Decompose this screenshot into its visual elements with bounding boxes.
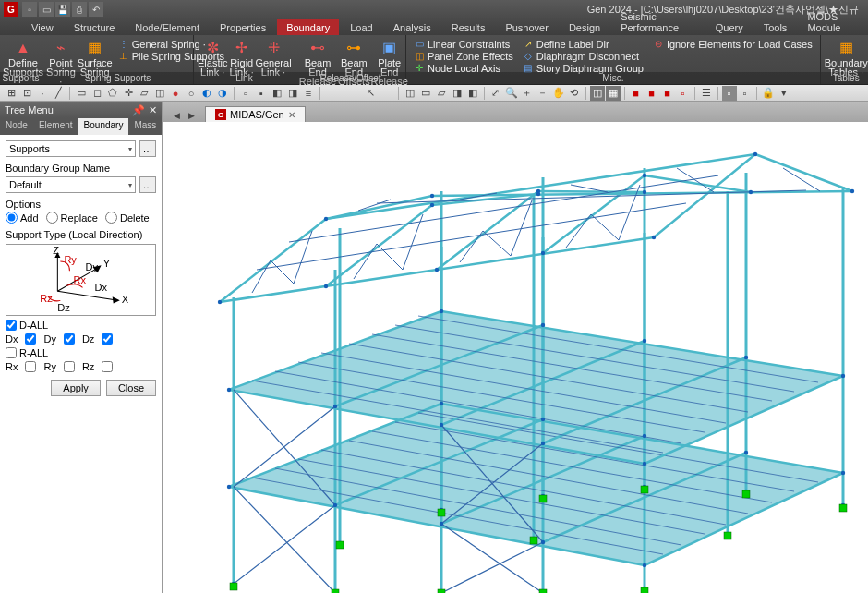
boundary-group-dropdown[interactable]: Default▾ (6, 176, 136, 193)
tool-zoom-in-icon[interactable]: ＋ (520, 86, 535, 101)
tab-tools[interactable]: Tools (754, 19, 797, 35)
tool-zoom-fit-icon[interactable]: ⤢ (488, 86, 503, 101)
svg-line-83 (252, 260, 271, 293)
tool-top-icon[interactable]: ▱ (434, 86, 449, 101)
tool-grid-icon[interactable]: ⊞ (4, 86, 18, 101)
tree-tab-boundary[interactable]: Boundary (78, 118, 129, 135)
close-button[interactable]: Close (106, 380, 156, 396)
tool-red1-icon[interactable]: ■ (629, 86, 644, 101)
tool-line-icon[interactable]: ╱ (51, 86, 66, 101)
tool-identity-icon[interactable]: ≡ (301, 86, 316, 101)
svg-line-66 (234, 505, 335, 584)
tool-cursor-icon[interactable]: ↖ (363, 86, 378, 101)
dz-checkbox[interactable] (102, 333, 113, 345)
doc-nav-right-icon[interactable]: ▶ (185, 109, 198, 122)
qat-print-icon[interactable]: ⎙ (72, 2, 87, 17)
d-all-checkbox[interactable]: D-ALL (6, 320, 48, 331)
tool-pan-icon[interactable]: ✋ (551, 86, 566, 101)
tool-prev-icon[interactable]: ◐ (199, 86, 214, 101)
tab-pushover[interactable]: Pushover (496, 19, 557, 35)
tool-rotate-icon[interactable]: ⟲ (567, 86, 582, 101)
tool-all-icon[interactable]: ● (168, 86, 183, 101)
tree-close-icon[interactable]: ✕ (149, 104, 157, 116)
tree-tab-mass[interactable]: Mass (128, 118, 162, 135)
tab-analysis[interactable]: Analysis (384, 19, 440, 35)
tool-red3-icon[interactable]: ■ (660, 86, 675, 101)
qat-open-icon[interactable]: ▭ (39, 2, 54, 17)
tool-hidden-icon[interactable]: ▦ (606, 86, 621, 101)
svg-marker-18 (229, 311, 843, 464)
supports-dropdown[interactable]: Supports▾ (6, 140, 136, 157)
tool-red4-icon[interactable]: ▫ (676, 86, 691, 101)
tab-results[interactable]: Results (442, 19, 495, 35)
tool-plane-icon[interactable]: ▱ (137, 86, 151, 101)
rx-checkbox[interactable] (25, 361, 36, 372)
dy-checkbox[interactable] (64, 333, 75, 345)
tool-g1-icon[interactable]: ▫ (722, 86, 737, 101)
group-spring-label: Spring Supports (42, 72, 193, 84)
tool-zoom-window-icon[interactable]: 🔍 (504, 86, 519, 101)
apply-button[interactable]: Apply (51, 380, 101, 396)
surface-spring-icon: ▦ (85, 39, 105, 57)
tool-right-icon[interactable]: ◨ (450, 86, 464, 101)
qat-undo-icon[interactable]: ↶ (89, 2, 103, 17)
tab-boundary[interactable]: Boundary (277, 19, 339, 35)
tool-inverseactive-icon[interactable]: ◨ (285, 86, 300, 101)
dx-checkbox[interactable] (25, 333, 36, 345)
tool-invert-icon[interactable]: ◑ (215, 86, 230, 101)
linear-constraints-button[interactable]: ▭Linear Constraints (410, 38, 517, 50)
tab-seismic[interactable]: Seismic Performance (611, 8, 705, 35)
document-tab[interactable]: G MIDAS/Gen ✕ (205, 106, 306, 122)
tab-design[interactable]: Design (560, 19, 609, 35)
tool-allactive-icon[interactable]: ◧ (270, 86, 284, 101)
tool-select-icon[interactable]: ▭ (74, 86, 89, 101)
supports-more-button[interactable]: … (139, 140, 156, 157)
define-label-dir-button[interactable]: ↗Define Label Dir (519, 38, 647, 50)
tool-snap-icon[interactable]: ⊡ (19, 86, 34, 101)
tab-structure[interactable]: Structure (65, 19, 125, 35)
tab-load[interactable]: Load (341, 19, 381, 35)
rz-checkbox[interactable] (102, 361, 113, 372)
qat-save-icon[interactable]: 💾 (55, 2, 70, 17)
tool-cross-icon[interactable]: ✛ (121, 86, 136, 101)
model-viewport[interactable] (163, 122, 868, 593)
tool-volume-icon[interactable]: ◫ (152, 86, 167, 101)
tool-front-icon[interactable]: ▭ (418, 86, 433, 101)
tab-properties[interactable]: Properties (211, 19, 275, 35)
tab-node-element[interactable]: Node/Element (126, 19, 209, 35)
tree-pin-icon[interactable]: 📌 (132, 104, 145, 116)
tool-window-icon[interactable]: ◻ (90, 86, 104, 101)
tree-tab-node[interactable]: Node (0, 118, 33, 135)
diaphragm-disconnect-button[interactable]: ◇Diaphragm Disconnect (519, 50, 647, 62)
qat-new-icon[interactable]: ▫ (22, 2, 37, 17)
tool-zoom-out-icon[interactable]: － (536, 86, 550, 101)
tab-view[interactable]: View (22, 19, 63, 35)
tool-lock-icon[interactable]: 🔒 (761, 86, 776, 101)
tool-active-icon[interactable]: ▫ (238, 86, 253, 101)
doc-close-icon[interactable]: ✕ (288, 110, 295, 120)
tool-drop-icon[interactable]: ▾ (777, 86, 791, 101)
tool-g2-icon[interactable]: ▫ (738, 86, 753, 101)
tab-mods[interactable]: MODS Module (798, 8, 868, 35)
r-all-checkbox[interactable]: R-ALL (6, 347, 48, 358)
tool-left-icon[interactable]: ◧ (465, 86, 480, 101)
tree-tab-element[interactable]: Element (33, 118, 78, 135)
ignore-elements-button[interactable]: ⊝Ignore Elements for Load Cases (649, 38, 816, 50)
tool-red2-icon[interactable]: ■ (645, 86, 659, 101)
option-add[interactable]: Add (6, 212, 39, 224)
tool-point-icon[interactable]: · (35, 86, 50, 101)
tool-none-icon[interactable]: ○ (184, 86, 199, 101)
tool-inactive-icon[interactable]: ▪ (254, 86, 269, 101)
doc-nav-left-icon[interactable]: ◀ (170, 109, 183, 122)
options-label: Options (6, 199, 156, 210)
boundary-group-more-button[interactable]: … (139, 176, 156, 193)
option-delete[interactable]: Delete (105, 212, 150, 224)
tool-layer-icon[interactable]: ☰ (699, 86, 714, 101)
option-replace[interactable]: Replace (46, 212, 98, 224)
tool-iso-icon[interactable]: ◫ (403, 86, 417, 101)
tool-poly-icon[interactable]: ⬠ (105, 86, 120, 101)
tab-query[interactable]: Query (706, 19, 753, 35)
panel-zone-button[interactable]: ◫Panel Zone Effects (410, 50, 517, 62)
tool-shrink-icon[interactable]: ◫ (590, 86, 605, 101)
ry-checkbox[interactable] (64, 361, 75, 372)
